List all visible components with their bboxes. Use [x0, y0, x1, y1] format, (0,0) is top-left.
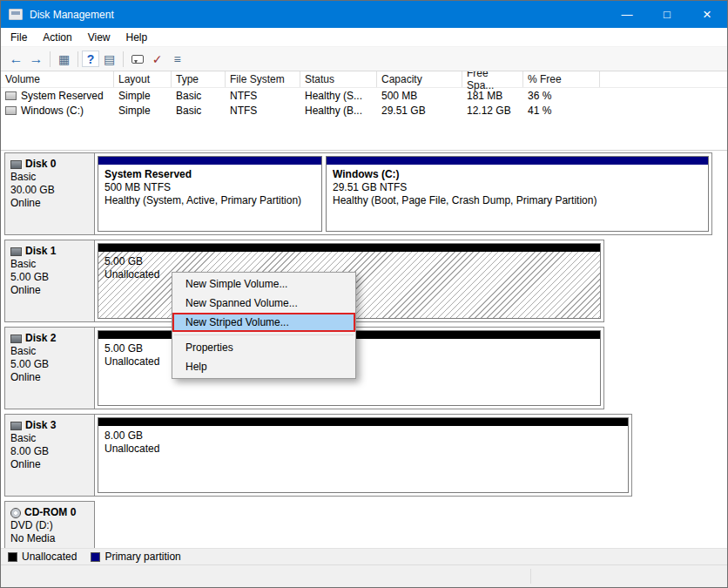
disk-size: 5.00 GB: [10, 358, 89, 371]
partition-color-bar: [98, 244, 600, 252]
list-view-icon[interactable]: ≡: [167, 50, 187, 69]
disk-name: Disk 2: [25, 332, 56, 345]
disk-icon: [10, 422, 22, 430]
partition-color-bar: [327, 157, 708, 165]
partition-health: Unallocated: [104, 443, 622, 456]
disk-status: Online: [10, 197, 89, 210]
partition-detail: 500 MB NTFS: [104, 181, 315, 194]
close-button[interactable]: ×: [687, 1, 727, 28]
table-row[interactable]: Windows (C:) Simple Basic NTFS Healthy (…: [1, 103, 727, 118]
column-header-type[interactable]: Type: [172, 71, 226, 87]
disk-type: Basic: [10, 345, 89, 358]
partition-title: System Reserved: [104, 168, 315, 181]
menu-item-new-striped-volume[interactable]: New Striped Volume...: [172, 313, 355, 332]
statusbar-separator: [530, 569, 531, 584]
menu-item-properties[interactable]: Properties: [172, 338, 355, 357]
volume-icon: [5, 106, 17, 115]
column-header-status[interactable]: Status: [300, 71, 377, 87]
disk-management-window: Disk Management — □ × File Action View H…: [0, 0, 728, 588]
context-menu: New Simple Volume... New Spanned Volume.…: [172, 272, 356, 379]
cell-type: Basic: [172, 105, 226, 117]
partition-health: Healthy (System, Active, Primary Partiti…: [104, 194, 315, 207]
partition-title: Windows (C:): [333, 168, 702, 181]
cell-free-space: 12.12 GB: [462, 105, 523, 117]
speech-bubble-glyph: [131, 55, 144, 64]
column-header-layout[interactable]: Layout: [114, 71, 172, 87]
partition-detail: 29.51 GB NTFS: [333, 181, 702, 194]
cell-free-space: 181 MB: [462, 90, 523, 102]
cell-volume: Windows (C:): [21, 105, 84, 117]
table-row[interactable]: System Reserved Simple Basic NTFS Health…: [1, 88, 727, 103]
partition-detail: 5.00 GB: [104, 255, 594, 268]
action-pane-icon[interactable]: ▤: [99, 50, 119, 69]
disk-size: 5.00 GB: [10, 271, 89, 284]
cd-icon: [10, 508, 21, 518]
disk-graphical-view: Disk 0 Basic 30.00 GB Online System Rese…: [1, 151, 727, 548]
cell-pct-free: 36 %: [523, 90, 600, 102]
console-tree-icon[interactable]: ▦: [54, 50, 74, 69]
disk-size: 8.00 GB: [10, 445, 89, 458]
minimize-button[interactable]: —: [607, 1, 647, 28]
legend-label: Primary partition: [104, 551, 180, 563]
speech-bubble-icon[interactable]: [127, 50, 147, 69]
disk-name: Disk 1: [25, 245, 56, 258]
partition-windows-c[interactable]: Windows (C:) 29.51 GB NTFS Healthy (Boot…: [326, 156, 709, 232]
forward-icon[interactable]: →: [26, 50, 46, 69]
titlebar[interactable]: Disk Management — □ ×: [1, 1, 727, 28]
maximize-button[interactable]: □: [647, 1, 687, 28]
column-header-volume[interactable]: Volume: [1, 71, 114, 87]
disk0-descriptor[interactable]: Disk 0 Basic 30.00 GB Online: [4, 152, 95, 235]
disk3-descriptor[interactable]: Disk 3 Basic 8.00 GB Online: [4, 414, 95, 497]
checkmark-icon[interactable]: ✓: [147, 50, 167, 69]
partition-detail: 8.00 GB: [104, 429, 622, 443]
legend-primary-partition: Primary partition: [91, 551, 180, 563]
partition-system-reserved[interactable]: System Reserved 500 MB NTFS Healthy (Sys…: [98, 156, 322, 232]
disk-type: Basic: [10, 258, 89, 271]
toolbar: ← → ▦ ? ▤ ✓ ≡: [1, 47, 727, 71]
disk-status: Online: [10, 284, 89, 297]
disk-status: Online: [10, 371, 89, 384]
disk2-descriptor[interactable]: Disk 2 Basic 5.00 GB Online: [4, 327, 95, 409]
column-header-file-system[interactable]: File System: [226, 71, 300, 87]
partition-health: Healthy (Boot, Page File, Crash Dump, Pr…: [333, 194, 702, 207]
menu-item-new-spanned-volume[interactable]: New Spanned Volume...: [172, 294, 355, 313]
cell-capacity: 29.51 GB: [377, 105, 462, 117]
legend-bar: Unallocated Primary partition: [1, 548, 727, 564]
menu-view[interactable]: View: [80, 28, 118, 46]
cell-file-system: NTFS: [226, 105, 300, 117]
disk-icon: [10, 335, 22, 343]
back-icon[interactable]: ←: [6, 50, 26, 69]
cell-status: Healthy (B...: [300, 105, 377, 117]
menu-item-help[interactable]: Help: [172, 357, 355, 376]
toolbar-separator: [50, 51, 51, 67]
disk-name: Disk 0: [25, 158, 56, 171]
disk1-descriptor[interactable]: Disk 1 Basic 5.00 GB Online: [4, 240, 95, 322]
column-header-pct-free[interactable]: % Free: [523, 71, 600, 87]
legend-unallocated: Unallocated: [8, 551, 77, 563]
legend-label: Unallocated: [22, 551, 77, 563]
partition-color-bar: [98, 418, 628, 426]
disk-type: Basic: [10, 171, 89, 184]
disk-icon: [10, 247, 22, 256]
column-header-capacity[interactable]: Capacity: [377, 71, 462, 87]
help-icon[interactable]: ?: [82, 51, 99, 67]
menu-item-new-simple-volume[interactable]: New Simple Volume...: [172, 274, 355, 294]
volume-icon: [5, 91, 17, 100]
menu-action[interactable]: Action: [35, 28, 79, 46]
disk-size: 30.00 GB: [10, 184, 89, 197]
partition-color-bar: [98, 157, 321, 165]
cell-capacity: 500 MB: [377, 90, 462, 102]
menu-file[interactable]: File: [3, 28, 35, 46]
window-title: Disk Management: [30, 9, 114, 21]
unallocated-space-disk3[interactable]: 8.00 GB Unallocated: [98, 417, 629, 493]
cell-status: Healthy (S...: [300, 90, 377, 102]
cdrom-descriptor[interactable]: CD-ROM 0 DVD (D:) No Media: [4, 501, 95, 548]
column-header-free-space[interactable]: Free Spa...: [462, 71, 523, 87]
disk-row-3: Disk 3 Basic 8.00 GB Online 8.00 GB Unal…: [4, 414, 727, 497]
cell-layout: Simple: [114, 105, 172, 117]
disk-row-0: Disk 0 Basic 30.00 GB Online System Rese…: [4, 152, 727, 235]
primary-partition-swatch: [91, 552, 100, 562]
cdrom-media-status: No Media: [10, 532, 89, 545]
cell-type: Basic: [172, 90, 226, 102]
menu-help[interactable]: Help: [118, 28, 156, 46]
